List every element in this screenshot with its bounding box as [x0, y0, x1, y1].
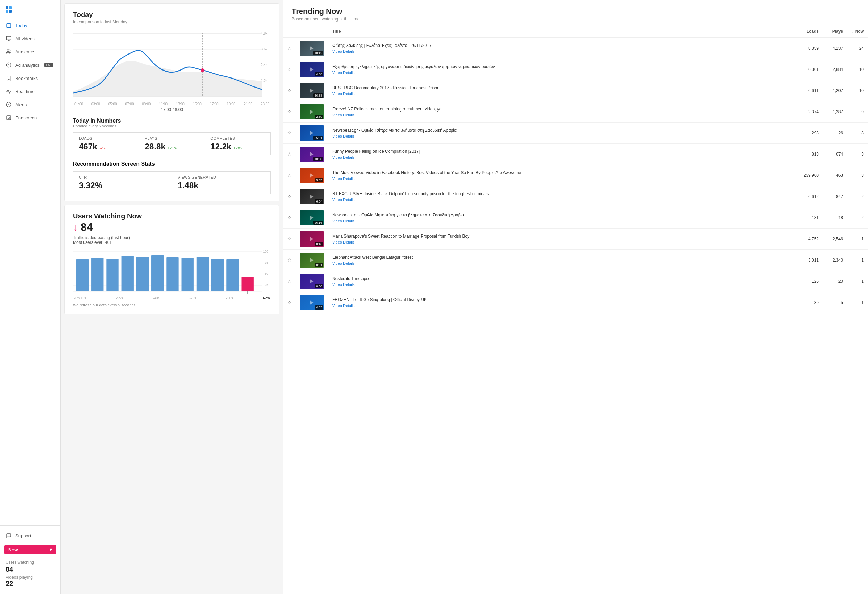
completes-label: Completes — [210, 136, 265, 140]
svg-text:75: 75 — [264, 261, 268, 264]
thumbnail: 56:38 — [300, 83, 324, 98]
logo — [0, 0, 61, 16]
svg-point-23 — [201, 68, 205, 72]
trending-table: Title Loads Plays ↓ Now ☆ — [283, 25, 868, 313]
thumbnail: 5:05 — [300, 168, 324, 183]
loads-cell: 3,011 — [795, 250, 823, 271]
plays-cell: 26 — [823, 123, 847, 144]
all-videos-icon — [6, 35, 12, 42]
table-row: ☆ 5:05 The Most Viewed Video in Facebook… — [283, 165, 868, 186]
video-details-link[interactable]: Video Details — [332, 155, 791, 160]
star-cell[interactable]: ☆ — [283, 80, 295, 102]
video-details-link[interactable]: Video Details — [332, 240, 791, 244]
plays-cell: 847 — [823, 186, 847, 207]
star-cell[interactable]: ☆ — [283, 123, 295, 144]
sidebar-item-bookmarks[interactable]: Bookmarks — [0, 72, 61, 85]
thumbnail: 0:13 — [300, 231, 324, 247]
thumbnail: 26:16 — [300, 210, 324, 225]
loads-cell: 239,960 — [795, 165, 823, 186]
today-chart: 4.8k 3.6k 2.4k 1.2k — [73, 29, 271, 99]
header-row: Title Loads Plays ↓ Now — [283, 25, 868, 37]
video-title: Nosferatu Timelapse — [332, 276, 791, 282]
video-details-link[interactable]: Video Details — [332, 92, 791, 96]
thumbnail: 0:30 — [300, 274, 324, 289]
star-cell[interactable]: ☆ — [283, 292, 295, 313]
main-content: Today In comparison to last Monday 4.8k … — [61, 0, 868, 594]
plays-cell: 2,884 — [823, 59, 847, 80]
sidebar-item-ad-analytics[interactable]: Ad analytics ENT — [0, 58, 61, 72]
left-panel: Today In comparison to last Monday 4.8k … — [61, 0, 283, 594]
video-details-link[interactable]: Video Details — [332, 219, 791, 223]
video-details-link[interactable]: Video Details — [332, 134, 791, 138]
now-cell: 1 — [847, 229, 868, 250]
video-details-link[interactable]: Video Details — [332, 113, 791, 117]
star-cell[interactable]: ☆ — [283, 165, 295, 186]
svg-marker-57 — [310, 279, 313, 284]
sidebar-item-alerts[interactable]: Alerts — [0, 98, 61, 111]
chevron-down-icon: ▾ — [50, 547, 52, 552]
star-cell[interactable]: ☆ — [283, 37, 295, 59]
rec-metrics-row: CTR 3.32% Views Generated 1.48k — [73, 171, 271, 194]
thumb-cell: 6:54 — [295, 186, 328, 207]
support-icon — [6, 532, 12, 539]
support-label: Support — [15, 533, 31, 538]
svg-rect-38 — [151, 255, 164, 291]
watching-now-count: ↓ 84 — [73, 221, 271, 234]
star-cell[interactable]: ☆ — [283, 229, 295, 250]
star-cell[interactable]: ☆ — [283, 186, 295, 207]
svg-text:25: 25 — [264, 283, 268, 287]
video-details-link[interactable]: Video Details — [332, 71, 791, 75]
sidebar-item-audience[interactable]: Audience — [0, 45, 61, 58]
video-details-link[interactable]: Video Details — [332, 282, 791, 287]
title-cell: Elephant Attack west Bengal Lataguri for… — [328, 250, 795, 271]
video-title: Εξάρθρωση εγκληματικής οργάνωσης διακίνη… — [332, 64, 791, 70]
video-details-link[interactable]: Video Details — [332, 261, 791, 265]
video-details-link[interactable]: Video Details — [332, 49, 791, 53]
trending-table-header: Title Loads Plays ↓ Now — [283, 25, 868, 37]
video-details-link[interactable]: Video Details — [332, 304, 791, 308]
star-cell[interactable]: ☆ — [283, 271, 295, 292]
loads-cell: 6,612 — [795, 186, 823, 207]
star-cell[interactable]: ☆ — [283, 102, 295, 123]
line-chart-svg: 4.8k 3.6k 2.4k 1.2k — [73, 29, 271, 99]
sidebar-item-real-time[interactable]: Real-time — [0, 85, 61, 98]
svg-marker-47 — [310, 67, 313, 72]
sidebar-item-label: Audience — [15, 49, 34, 55]
today-section: Today In comparison to last Monday 4.8k … — [64, 3, 279, 201]
today-subtitle: In comparison to last Monday — [73, 19, 271, 24]
video-title: Φώτης Χαλκίδης | Ελλάδα Έχεις Ταλέντο | … — [332, 43, 791, 49]
title-cell: Φώτης Χαλκίδης | Ελλάδα Έχεις Ταλέντο | … — [328, 37, 795, 59]
svg-rect-43 — [226, 260, 239, 291]
video-duration: 6:54 — [315, 199, 323, 204]
star-cell[interactable]: ☆ — [283, 59, 295, 80]
watching-now-title: Users Watching Now — [73, 212, 271, 220]
plays-cell: 674 — [823, 144, 847, 165]
sidebar-nav: Today All videos Audience Ad analytics E… — [0, 16, 61, 525]
thumb-cell: 4:08 — [295, 59, 328, 80]
video-details-link[interactable]: Video Details — [332, 198, 791, 202]
sidebar-item-support[interactable]: Support — [0, 529, 61, 542]
video-details-link[interactable]: Video Details — [332, 176, 791, 181]
thumbnail: 2:59 — [300, 104, 324, 120]
recommendation-section: Recommendation Screen Stats CTR 3.32% Vi… — [73, 161, 271, 194]
ctr-metric: CTR 3.32% — [73, 171, 172, 194]
title-cell: Newsbeast.gr - Ομιλία Τσίπρα για τα βλήμ… — [328, 123, 795, 144]
video-duration: 0:30 — [315, 284, 323, 288]
numbers-title: Today in Numbers — [73, 118, 271, 124]
star-cell[interactable]: ☆ — [283, 250, 295, 271]
title-cell: Maria Sharapova's Sweet Reaction to Marr… — [328, 229, 795, 250]
plays-value: 28.8k — [145, 142, 165, 151]
numbers-section: Today in Numbers Updated every 5 seconds… — [73, 118, 271, 155]
title-cell: Εξάρθρωση εγκληματικής οργάνωσης διακίνη… — [328, 59, 795, 80]
title-cell: FROZEN | Let It Go Sing-along | Official… — [328, 292, 795, 313]
sidebar-item-all-videos[interactable]: All videos — [0, 32, 61, 45]
now-button[interactable]: Now ▾ — [4, 545, 56, 554]
sidebar-item-endscreen[interactable]: Endscreen — [0, 111, 61, 124]
star-cell[interactable]: ☆ — [283, 207, 295, 229]
sidebar-item-today[interactable]: Today — [0, 19, 61, 32]
star-cell[interactable]: ☆ — [283, 144, 295, 165]
svg-rect-35 — [106, 259, 118, 291]
thumb-cell: 26:16 — [295, 207, 328, 229]
now-cell: 3 — [847, 165, 868, 186]
title-cell: Nosferatu Timelapse Video Details — [328, 271, 795, 292]
